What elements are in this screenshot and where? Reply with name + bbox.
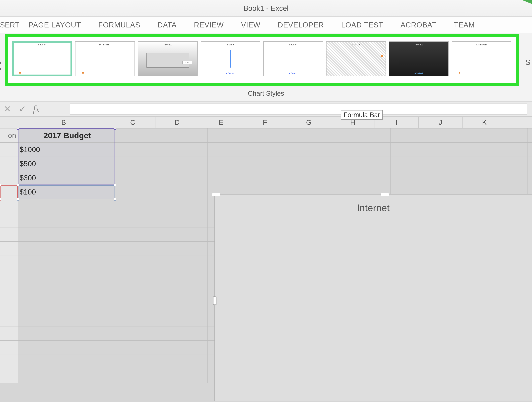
cell[interactable] — [162, 355, 208, 369]
cell[interactable] — [162, 242, 208, 256]
cell[interactable] — [18, 369, 115, 383]
cell[interactable] — [18, 326, 115, 341]
cell-i2[interactable] — [391, 143, 436, 157]
cell-f4[interactable] — [253, 171, 299, 185]
cell[interactable] — [18, 284, 115, 298]
row-header[interactable] — [0, 199, 18, 213]
range-handle[interactable] — [114, 184, 116, 186]
column-header-g[interactable]: G — [287, 117, 331, 128]
tab-view[interactable]: VIEW — [232, 21, 269, 29]
cell-e4[interactable] — [208, 171, 253, 185]
cell-i4[interactable] — [391, 171, 436, 185]
cell-d3[interactable] — [162, 157, 208, 171]
cell-h3[interactable] — [345, 157, 391, 171]
cell-g3[interactable] — [299, 157, 345, 171]
tab-load-test[interactable]: LOAD TEST — [332, 21, 392, 29]
cell-f2[interactable] — [253, 143, 299, 157]
chart-resize-handle-left-mid[interactable] — [213, 297, 216, 305]
cell-b3[interactable]: $500 — [18, 157, 115, 171]
cell[interactable] — [162, 199, 208, 213]
cell[interactable] — [18, 199, 115, 213]
select-all-corner[interactable] — [0, 117, 17, 128]
cell-k2[interactable] — [482, 143, 528, 157]
column-header-d[interactable]: D — [155, 117, 199, 128]
range-handle[interactable] — [17, 198, 19, 201]
formula-input[interactable] — [70, 103, 527, 115]
range-handle[interactable] — [17, 129, 19, 130]
cell-j1[interactable] — [436, 129, 482, 143]
column-header-k[interactable]: K — [462, 117, 507, 128]
cell-d5[interactable] — [162, 185, 208, 199]
cell[interactable] — [115, 284, 162, 298]
cancel-formula-button[interactable]: ✕ — [0, 102, 15, 117]
row-header[interactable] — [0, 369, 18, 383]
cell-c1[interactable] — [115, 129, 162, 143]
cell-e2[interactable] — [208, 143, 253, 157]
tab-review[interactable]: REVIEW — [185, 21, 232, 29]
range-handle[interactable] — [17, 184, 19, 186]
cell-j4[interactable] — [436, 171, 482, 185]
row-header[interactable] — [0, 213, 18, 227]
cell-b5[interactable]: $100 — [18, 185, 115, 199]
row-header[interactable] — [0, 326, 18, 341]
cell[interactable] — [115, 270, 162, 284]
range-handle[interactable] — [114, 129, 116, 130]
cell-i3[interactable] — [391, 157, 436, 171]
cell-g1[interactable] — [299, 129, 345, 143]
cell-h1[interactable] — [345, 129, 391, 143]
range-handle[interactable] — [0, 184, 1, 186]
cell[interactable] — [162, 341, 208, 355]
cell[interactable] — [162, 213, 208, 227]
chart-resize-handle-top-mid[interactable] — [381, 193, 389, 196]
column-header-c[interactable]: C — [110, 117, 155, 128]
cell[interactable] — [115, 256, 162, 270]
range-handle[interactable] — [114, 198, 116, 201]
tab-formulas[interactable]: FORMULAS — [90, 21, 149, 29]
cell-h2[interactable] — [345, 143, 391, 157]
cell[interactable] — [18, 227, 115, 242]
row-header[interactable] — [0, 157, 18, 171]
row-header[interactable] — [0, 341, 18, 355]
row-header[interactable] — [0, 242, 18, 256]
cell[interactable] — [115, 326, 162, 341]
cell-l2[interactable] — [528, 143, 532, 157]
chart-style-1[interactable]: Internet — [12, 41, 72, 76]
row-header[interactable] — [0, 270, 18, 284]
cell[interactable] — [115, 298, 162, 312]
cell-b2[interactable]: $1000 — [18, 143, 115, 157]
embedded-chart[interactable]: Internet — [215, 194, 532, 401]
cell-d1[interactable] — [162, 129, 208, 143]
chart-style-8[interactable]: INTERNET — [452, 41, 512, 76]
cell[interactable] — [115, 213, 162, 227]
cell[interactable] — [18, 270, 115, 284]
cell[interactable] — [162, 256, 208, 270]
chart-title[interactable]: Internet — [215, 202, 532, 213]
cell-c5[interactable] — [115, 185, 162, 199]
cell[interactable] — [115, 227, 162, 242]
chart-style-3[interactable]: Internet $300 — [138, 41, 198, 76]
cell[interactable] — [162, 369, 208, 383]
cell-e1[interactable] — [208, 129, 253, 143]
cell[interactable] — [115, 199, 162, 213]
cell-k1[interactable] — [482, 129, 528, 143]
cell[interactable] — [115, 355, 162, 369]
cell-j3[interactable] — [436, 157, 482, 171]
chart-style-7[interactable]: Internet ■ Series1 — [389, 41, 449, 76]
range-handle[interactable] — [0, 198, 1, 201]
column-header-b[interactable]: B — [17, 117, 110, 128]
cell[interactable] — [18, 213, 115, 227]
row-header[interactable] — [0, 355, 18, 369]
row-header[interactable] — [0, 143, 18, 157]
cell-c4[interactable] — [115, 171, 162, 185]
row-header-partial[interactable]: on — [0, 129, 18, 143]
cell[interactable] — [18, 341, 115, 355]
chart-style-2[interactable]: INTERNET — [75, 41, 135, 76]
row-header[interactable] — [0, 171, 18, 185]
row-header[interactable] — [0, 298, 18, 312]
cell-h4[interactable] — [345, 171, 391, 185]
cell-c3[interactable] — [115, 157, 162, 171]
chart-resize-handle-top-left[interactable] — [212, 193, 220, 196]
column-header-j[interactable]: J — [419, 117, 463, 128]
cell-l3[interactable] — [528, 157, 532, 171]
cell-g2[interactable] — [299, 143, 345, 157]
